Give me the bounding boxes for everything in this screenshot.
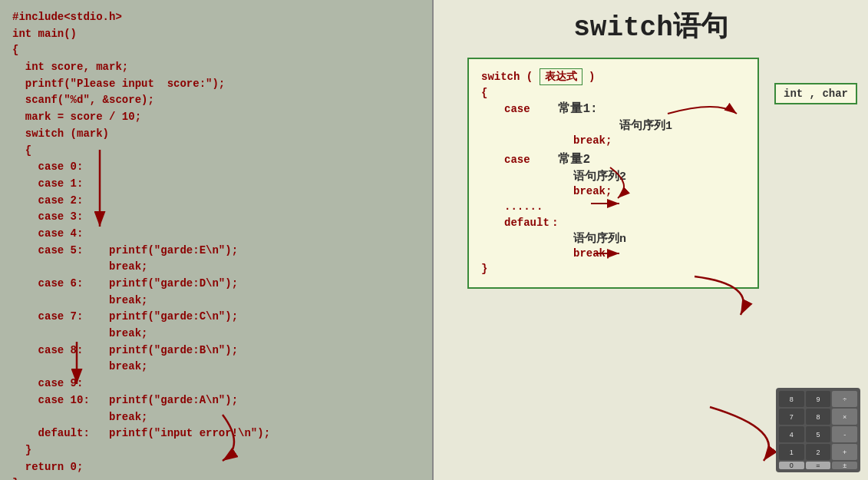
break1-line: break;: [573, 134, 745, 147]
calc-btn-7[interactable]: 7: [779, 409, 804, 425]
close-brace-line: }: [481, 263, 745, 275]
stmt2-label: 语句序列2: [573, 170, 626, 184]
calc-btn-add[interactable]: +: [832, 444, 857, 460]
code-block: #include<stdio.h> int main() { int score…: [12, 9, 420, 480]
calc-btn-pm[interactable]: ±: [832, 462, 857, 469]
switch-title-cn: 语句: [673, 10, 728, 41]
case1-line: case 常量1:: [481, 101, 745, 117]
calc-btn-9[interactable]: 9: [806, 391, 831, 407]
calc-btn-div[interactable]: ÷: [832, 391, 857, 407]
default-line: default：: [481, 216, 745, 230]
break2-line: break;: [573, 185, 745, 197]
breakn-keyword: break;: [573, 247, 612, 260]
breakn-line: break;: [573, 247, 745, 260]
switch-keyword: switch: [481, 71, 520, 83]
stmtn-label: 语句序列n: [573, 233, 626, 246]
switch-title-code: switch: [573, 12, 673, 44]
calc-btn-eq[interactable]: =: [806, 462, 831, 469]
right-explanation-panel: switch语句 int , char switch ( 表达式 ) { cas…: [434, 0, 868, 480]
open-brace-line: {: [481, 87, 745, 99]
int-char-annotation: int , char: [774, 83, 857, 104]
stmt2-line: 语句序列2: [573, 169, 745, 184]
stmt1-line: 语句序列1: [573, 118, 745, 133]
const1-label: 常量1:: [558, 102, 597, 116]
page-title: switch语句: [444, 8, 857, 45]
syntax-diagram: switch ( 表达式 ) { case 常量1: 语句序列1 break; …: [467, 58, 759, 289]
calc-btn-8b[interactable]: 8: [806, 409, 831, 425]
stmt1-label: 语句序列1: [619, 120, 672, 133]
switch-header-line: switch ( 表达式 ): [481, 68, 745, 85]
calc-btn-0[interactable]: 0: [779, 462, 804, 469]
case1-keyword: case: [504, 103, 530, 115]
calculator-widget: 8 9 ÷ 7 8 × 4 5 - 1 2 + 0 = ±: [776, 388, 860, 472]
const2-label: 常量2: [558, 153, 590, 167]
calc-btn-8[interactable]: 8: [779, 391, 804, 407]
default-keyword: default：: [504, 217, 560, 229]
calc-btn-4[interactable]: 4: [779, 426, 804, 442]
case2-line: case 常量2: [481, 151, 745, 167]
open-paren: (: [526, 71, 533, 83]
calc-btn-5[interactable]: 5: [806, 426, 831, 442]
calc-btn-1[interactable]: 1: [779, 444, 804, 460]
calc-btn-mul[interactable]: ×: [832, 409, 857, 425]
dots-line: ......: [504, 200, 745, 213]
case2-keyword: case: [504, 154, 530, 166]
stmtn-line: 语句序列n: [573, 231, 745, 246]
break2-keyword: break;: [573, 185, 612, 197]
left-code-panel: #include<stdio.h> int main() { int score…: [0, 0, 434, 480]
break1-keyword: break;: [573, 134, 612, 147]
expr-box: 表达式: [540, 68, 583, 85]
calc-btn-2[interactable]: 2: [806, 444, 831, 460]
close-paren: ): [589, 71, 595, 83]
calc-btn-sub[interactable]: -: [832, 426, 857, 442]
